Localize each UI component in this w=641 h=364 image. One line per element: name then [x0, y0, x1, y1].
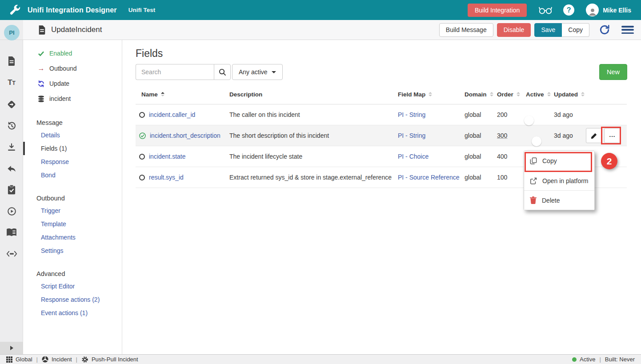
row-more-actions-button[interactable]: ... [604, 128, 621, 143]
nav-item-response-actions[interactable]: Response actions (2) [23, 293, 122, 306]
built-status: Built: Never [605, 356, 635, 363]
user-avatar[interactable] [586, 4, 599, 16]
field-map-link[interactable]: PI - Choice [398, 153, 429, 160]
column-header-field-map[interactable]: Field Map [398, 91, 465, 98]
edit-field-button[interactable] [586, 128, 602, 143]
field-map-link[interactable]: PI - Source Reference [398, 174, 460, 181]
nav-item-template[interactable]: Template [23, 217, 122, 231]
nav-section-message: Message [23, 117, 122, 128]
rail-reply-icon[interactable] [0, 162, 23, 175]
annotation-step-badge: 2 [601, 153, 617, 169]
statusbar-integration[interactable]: Push-Pull Incident [81, 356, 138, 363]
rail-clipboard-check-icon[interactable] [0, 183, 23, 196]
nav-item-response[interactable]: Response [23, 155, 122, 168]
nav-item-attachments[interactable]: Attachments [23, 231, 122, 244]
field-order[interactable]: 300 [497, 132, 523, 139]
nav-item-bond[interactable]: Bond [23, 168, 122, 182]
context-menu-copy[interactable]: Copy [524, 151, 594, 171]
app-title: Unifi Integration Designer [28, 6, 117, 14]
build-message-button[interactable]: Build Message [439, 23, 493, 37]
column-header-description: Description [229, 91, 398, 98]
table-header-row: Name Description Field Map Domain Order … [136, 84, 627, 104]
status-ring-icon [139, 175, 145, 180]
context-menu-open-in-platform[interactable]: Open in platform [524, 171, 594, 190]
new-field-button[interactable]: New [599, 64, 627, 80]
field-map-link[interactable]: PI - String [398, 111, 425, 118]
field-map-link[interactable]: PI - String [398, 132, 425, 139]
field-description: The short description of this incident [229, 132, 398, 139]
field-domain: global [465, 174, 497, 181]
field-domain: global [465, 111, 497, 118]
status-ring-icon [139, 112, 145, 118]
nav-item-details[interactable]: Details [23, 128, 122, 142]
icon-rail: TT [0, 40, 23, 354]
copy-icon [530, 157, 537, 164]
nav-action-update: Update [23, 76, 122, 91]
nav-item-script-editor[interactable]: Script Editor [23, 280, 122, 293]
rail-play-circle-icon[interactable] [0, 204, 23, 218]
sync-icon [37, 80, 45, 87]
rail-download-icon[interactable] [0, 140, 23, 154]
field-name-link[interactable]: incident.caller_id [149, 111, 195, 118]
search-filter-row: Any active [136, 64, 283, 80]
sort-icon [517, 92, 520, 97]
context-menu-delete[interactable]: Delete [524, 190, 594, 210]
integration-avatar[interactable]: PI [4, 25, 20, 40]
field-name-link[interactable]: incident.short_description [150, 132, 220, 139]
column-header-name[interactable]: Name [136, 91, 229, 98]
field-name-link[interactable]: incident.state [149, 153, 186, 160]
active-filter-dropdown[interactable]: Any active [232, 64, 283, 80]
glasses-icon[interactable] [538, 5, 553, 15]
help-icon[interactable]: ? [563, 4, 574, 16]
search-input[interactable] [136, 64, 214, 80]
disable-button[interactable]: Disable [497, 23, 531, 37]
column-header-updated[interactable]: Updated [554, 91, 586, 98]
nav-item-event-actions[interactable]: Event actions (1) [23, 306, 122, 320]
rail-book-icon[interactable] [0, 226, 23, 239]
field-updated: 3d ago [554, 132, 586, 139]
nav-item-fields[interactable]: Fields (1) [23, 142, 122, 155]
nav-item-trigger[interactable]: Trigger [23, 204, 122, 217]
sort-icon [547, 92, 551, 97]
field-name-link[interactable]: result.sys_id [149, 174, 184, 181]
wrench-logo-icon [9, 4, 20, 16]
rail-history-icon[interactable] [0, 119, 23, 132]
nav-status-enabled: Enabled [23, 46, 122, 61]
fields-heading: Fields [136, 48, 163, 60]
ellipsis-icon: ... [609, 132, 616, 138]
column-header-domain[interactable]: Domain [465, 91, 497, 98]
pencil-icon [591, 132, 597, 139]
build-integration-button[interactable]: Build Integration [468, 4, 527, 17]
message-header: UpdateIncident Build Message Disable Sav… [0, 20, 641, 40]
save-button[interactable]: Save [534, 23, 562, 37]
field-updated: 3d ago [554, 111, 586, 118]
field-domain: global [465, 132, 497, 139]
active-status-dot [572, 357, 577, 362]
rail-document-icon[interactable] [0, 54, 23, 68]
copy-button[interactable]: Copy [562, 23, 589, 37]
sort-icon [490, 92, 493, 97]
statusbar-domain[interactable]: Global [6, 356, 32, 363]
refresh-icon[interactable] [599, 24, 610, 35]
person-icon [588, 7, 597, 16]
field-order: 200 [497, 111, 523, 118]
sort-icon [429, 92, 432, 97]
rail-diamond-arrow-icon[interactable] [0, 98, 23, 111]
menu-icon[interactable] [621, 26, 634, 34]
column-header-order[interactable]: Order [497, 91, 523, 98]
statusbar-table[interactable]: Incident [42, 356, 72, 363]
table-row: incident.caller_id The caller on this in… [136, 104, 627, 125]
field-description: The caller on this incident [229, 111, 398, 118]
search-button[interactable] [214, 64, 231, 80]
rail-text-format-icon[interactable]: TT [0, 76, 23, 89]
nav-section-outbound: Outbound [23, 192, 122, 204]
nav-item-settings[interactable]: Settings [23, 244, 122, 257]
nav-direction-outbound: → Outbound [23, 61, 122, 76]
column-header-active[interactable]: Active [523, 91, 554, 98]
save-copy-group: Save Copy [534, 23, 589, 37]
page-title: UpdateIncident [51, 25, 102, 34]
external-link-icon [530, 177, 537, 184]
rail-code-icon[interactable] [0, 247, 23, 260]
collapse-sidebar-button[interactable] [0, 342, 23, 354]
table-row-selected: incident.short_description The short des… [136, 125, 627, 146]
